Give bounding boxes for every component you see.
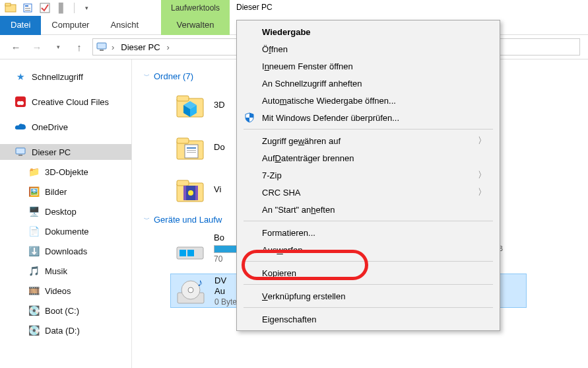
group-label: Ordner (7): [154, 71, 193, 81]
submenu-arrow-icon: 〉: [478, 135, 486, 147]
back-button[interactable]: ←: [8, 39, 24, 55]
music-icon: 🎵: [28, 265, 40, 277]
ctx-play[interactable]: Wiedergabe: [238, 23, 498, 40]
onedrive-icon: [15, 121, 26, 133]
breadcrumb-this-pc[interactable]: Dieser PC: [118, 41, 162, 54]
downloads-icon: ⬇️: [28, 245, 40, 257]
ctx-separator: [244, 284, 493, 285]
tree-3d-objects[interactable]: 📁3D-Objekte: [0, 164, 131, 180]
svg-rect-21: [185, 145, 198, 158]
ctx-crc-sha[interactable]: CRC SHA〉: [238, 184, 498, 201]
window-title: Dieser PC: [236, 3, 273, 12]
tab-computer[interactable]: Computer: [41, 16, 100, 35]
svg-rect-20: [177, 138, 189, 143]
tree-label: Bilder: [45, 187, 67, 197]
creative-cloud-icon: [15, 96, 26, 108]
ctx-open-new-window[interactable]: In neuem Fenster öffnen: [238, 57, 498, 75]
tree-boot-drive[interactable]: 💽Boot (C:): [0, 303, 131, 318]
contextual-tooltab-label: Laufwerktools: [161, 0, 230, 16]
tree-label: OneDrive: [32, 122, 68, 132]
folder-videos-icon: [174, 174, 206, 205]
documents-icon: 📄: [28, 225, 40, 237]
new-folder-icon[interactable]: ▋: [55, 1, 69, 15]
tree-label: Downloads: [45, 246, 87, 256]
ctx-burn-disc[interactable]: Auf Datenträger brennen: [238, 149, 498, 166]
breadcrumb-separator[interactable]: ›: [167, 42, 170, 52]
navigation-tree: ★ Schnellzugriff Creative Cloud Files On…: [0, 59, 132, 368]
tree-desktop[interactable]: 🖥️Desktop: [0, 203, 131, 219]
up-button[interactable]: ↑: [71, 39, 87, 55]
tree-label: Creative Cloud Files: [32, 97, 109, 107]
checkbox-icon[interactable]: [38, 1, 51, 15]
tree-creative-cloud[interactable]: Creative Cloud Files: [0, 94, 131, 110]
svg-rect-26: [177, 180, 189, 186]
drive-icon: 💽: [28, 324, 40, 336]
svg-rect-4: [25, 8, 30, 9]
ctx-properties[interactable]: Eigenschaften: [238, 311, 498, 328]
properties-icon[interactable]: [21, 1, 34, 15]
context-menu: Wiedergabe Öffnen In neuem Fenster öffne…: [236, 20, 500, 331]
ctx-format[interactable]: Formatieren...: [238, 224, 498, 241]
tree-videos[interactable]: 🎞️Videos: [0, 283, 131, 299]
ctx-pin-quick-access[interactable]: An Schnellzugriff anheften: [238, 75, 498, 92]
pictures-icon: 🖼️: [28, 186, 40, 198]
ctx-autoplay[interactable]: Automatische Wiedergabe öffnen...: [238, 92, 498, 109]
svg-rect-5: [25, 10, 30, 11]
collapse-icon[interactable]: ﹀: [144, 215, 150, 224]
forward-button[interactable]: →: [29, 39, 45, 55]
tab-view[interactable]: Ansicht: [100, 16, 149, 35]
svg-rect-28: [183, 186, 186, 200]
tree-downloads[interactable]: ⬇️Downloads: [0, 243, 131, 259]
ctx-open[interactable]: Öffnen: [238, 40, 498, 57]
tree-label: Dieser PC: [32, 147, 71, 157]
ctx-eject[interactable]: Auswerfen: [238, 241, 498, 258]
ctx-separator: [244, 221, 493, 221]
tree-this-pc[interactable]: Dieser PC: [0, 144, 131, 160]
tree-pictures[interactable]: 🖼️Bilder: [0, 184, 131, 200]
svg-rect-3: [25, 5, 28, 7]
submenu-arrow-icon: 〉: [478, 169, 486, 181]
this-pc-icon: [15, 146, 26, 158]
folder-icon: 📁: [28, 166, 40, 178]
videos-icon: 🎞️: [28, 285, 40, 297]
ctx-7zip[interactable]: 7-Zip〉: [238, 166, 498, 184]
tree-music[interactable]: 🎵Musik: [0, 263, 131, 279]
ctx-copy[interactable]: Kopieren: [238, 264, 498, 281]
ctx-create-shortcut[interactable]: Verknüpfung erstellen: [238, 287, 498, 305]
svg-rect-12: [16, 148, 25, 154]
group-label: Geräte und Laufw: [154, 215, 222, 225]
tree-label: 3D-Objekte: [45, 167, 88, 177]
ctx-defender[interactable]: Mit Windows Defender überprüfen...: [238, 109, 498, 126]
ctx-pin-start[interactable]: An "Start" anheften: [238, 201, 498, 218]
star-icon: ★: [15, 71, 26, 83]
svg-rect-22: [187, 147, 196, 149]
submenu-arrow-icon: 〉: [478, 186, 486, 198]
tree-label: Boot (C:): [45, 306, 79, 316]
folder-3d-icon: [174, 89, 206, 121]
history-dropdown-icon[interactable]: ▾: [50, 39, 66, 55]
tree-documents[interactable]: 📄Dokumente: [0, 223, 131, 239]
tree-label: Desktop: [45, 207, 77, 217]
tab-manage[interactable]: Verwalten: [161, 16, 230, 35]
dvd-drive-icon: ♪: [175, 276, 207, 307]
defender-shield-icon: [244, 112, 255, 124]
svg-rect-33: [187, 250, 194, 256]
qat-customize-dropdown-icon[interactable]: ▾: [80, 1, 93, 15]
svg-text:♪: ♪: [197, 277, 203, 288]
this-pc-icon: [96, 41, 108, 53]
svg-rect-1: [5, 3, 11, 6]
drive-icon: 💽: [28, 305, 40, 316]
tree-label: Dokumente: [45, 227, 88, 237]
tree-data-drive[interactable]: 💽Data (D:): [0, 322, 131, 338]
tab-file[interactable]: Datei: [0, 16, 41, 35]
breadcrumb-separator: ›: [112, 42, 114, 52]
svg-rect-24: [187, 152, 196, 153]
svg-point-30: [188, 190, 193, 196]
tree-onedrive[interactable]: OneDrive: [0, 119, 131, 135]
collapse-icon[interactable]: ﹀: [144, 72, 150, 81]
svg-rect-29: [195, 186, 198, 200]
desktop-icon: 🖥️: [28, 205, 40, 217]
tree-quick-access[interactable]: ★ Schnellzugriff: [0, 69, 131, 85]
ctx-grant-access[interactable]: Zugriff gewähren auf〉: [238, 132, 498, 149]
svg-rect-23: [187, 150, 196, 151]
